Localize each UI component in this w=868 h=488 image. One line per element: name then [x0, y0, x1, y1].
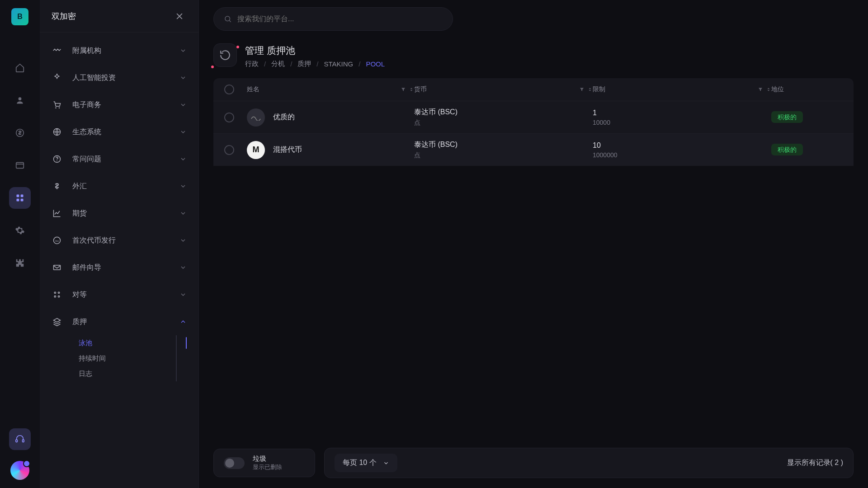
svg-rect-4: [17, 195, 19, 197]
rail-item-user[interactable]: [9, 89, 31, 111]
svg-point-22: [54, 296, 56, 297]
help-icon: [52, 154, 62, 164]
sort-icon[interactable]: [409, 87, 414, 92]
trash-toggle[interactable]: [224, 457, 245, 469]
column-limit-header[interactable]: 限制: [593, 85, 605, 94]
row-name: 混搭代币: [273, 145, 302, 155]
gear-icon: [15, 225, 25, 235]
row-limit-min: 10: [593, 141, 771, 150]
chevron-icon: [179, 155, 187, 163]
sidebar-item-7[interactable]: ico首次代币发行: [40, 227, 198, 254]
breadcrumb: 行政/分机/质押/STAKING/POOL: [245, 60, 385, 68]
trash-title: 垃圾: [253, 455, 282, 463]
select-all-checkbox[interactable]: [224, 84, 234, 94]
sidebar-item-label: 质押: [72, 317, 179, 327]
column-currency-header[interactable]: 货币: [414, 85, 427, 94]
coin-icon: [247, 108, 265, 127]
svg-rect-9: [23, 440, 24, 442]
sidebar-item-label: 人工智能投资: [72, 73, 179, 83]
chevron-icon: [179, 237, 187, 244]
sidebar-item-0[interactable]: 附属机构: [40, 37, 198, 64]
status-badge: 积极的: [771, 111, 803, 123]
sidebar-item-6[interactable]: 期货: [40, 200, 198, 227]
sidebar-item-label: 邮件向导: [72, 263, 179, 272]
sidebar-item-5[interactable]: 外汇: [40, 173, 198, 200]
svg-rect-6: [17, 199, 19, 202]
grid-icon: [15, 193, 24, 202]
rail-item-money[interactable]: [9, 122, 31, 144]
svg-point-24: [225, 16, 230, 21]
sidebar-item-label: 电子商务: [72, 100, 179, 110]
close-sidebar-button[interactable]: [172, 9, 187, 23]
sidebar-subitem-2[interactable]: 日志: [52, 366, 176, 381]
breadcrumb-item[interactable]: STAKING: [324, 60, 354, 68]
sidebar-subitem-0[interactable]: 泳池: [52, 335, 176, 351]
window-icon: [15, 160, 25, 170]
breadcrumb-separator: /: [359, 60, 360, 68]
app-logo[interactable]: B: [11, 8, 28, 25]
sidebar-item-2[interactable]: 电子商务: [40, 91, 198, 118]
home-icon: [15, 63, 25, 73]
sidebar-item-3[interactable]: 生态系统: [40, 118, 198, 145]
row-currency: 泰达币 (BSC): [414, 108, 593, 117]
svg-text:ico: ico: [55, 239, 58, 242]
svg-point-0: [19, 97, 22, 100]
sidebar-item-10[interactable]: 质押: [40, 308, 198, 335]
row-checkbox[interactable]: [224, 145, 234, 155]
sidebar-item-4[interactable]: 常问问题: [40, 145, 198, 173]
breadcrumb-item[interactable]: 行政: [245, 60, 259, 68]
breadcrumb-item[interactable]: 分机: [271, 60, 285, 68]
sort-icon[interactable]: [766, 87, 771, 92]
close-icon: [175, 12, 184, 21]
search-input[interactable]: [237, 15, 443, 23]
rail-item-window[interactable]: [9, 155, 31, 176]
filter-icon[interactable]: [401, 87, 406, 92]
sidebar-subitem-1[interactable]: 持续时间: [52, 351, 176, 366]
dollar-icon: [52, 181, 62, 192]
row-limit-max: 1000000: [593, 151, 771, 159]
rail-item-apps[interactable]: [9, 187, 31, 209]
svg-point-20: [54, 292, 56, 293]
sort-icon[interactable]: [587, 87, 593, 92]
column-name-header[interactable]: 姓名: [247, 85, 259, 94]
breadcrumb-item[interactable]: POOL: [366, 60, 385, 68]
row-currency-sub: 点: [414, 119, 593, 127]
rail-item-settings[interactable]: [9, 220, 31, 241]
breadcrumb-item[interactable]: 质押: [297, 60, 311, 68]
breadcrumb-separator: /: [316, 60, 318, 68]
column-status-header[interactable]: 地位: [771, 85, 784, 94]
chip-icon: [52, 72, 62, 83]
chevron-icon: [179, 101, 187, 108]
handshake-icon: [52, 45, 62, 56]
rail-item-home[interactable]: [9, 57, 31, 79]
svg-line-25: [229, 20, 231, 22]
per-page-select[interactable]: 每页 10 个: [335, 454, 397, 472]
rail-item-support[interactable]: [9, 428, 31, 450]
table-row[interactable]: M混搭代币泰达币 (BSC)点101000000积极的: [213, 133, 854, 166]
avatar[interactable]: [10, 461, 29, 480]
chevron-icon: [179, 128, 187, 136]
row-currency: 泰达币 (BSC): [414, 140, 593, 150]
table-row[interactable]: 优质的泰达币 (BSC)点110000积极的: [213, 101, 854, 133]
cart-icon: [52, 99, 62, 110]
mail-icon: [52, 262, 62, 273]
svg-rect-8: [16, 440, 18, 442]
records-count: 显示所有记录( 2 ): [787, 458, 843, 468]
search-input-wrap[interactable]: [213, 7, 453, 31]
sidebar-title: 双加密: [52, 11, 76, 22]
row-limit-max: 10000: [593, 119, 771, 126]
chevron-icon: [179, 183, 187, 190]
filter-icon[interactable]: [758, 87, 763, 92]
sidebar-item-8[interactable]: 邮件向导: [40, 254, 198, 281]
chevron-icon: [179, 264, 187, 271]
chevron-icon: [179, 318, 187, 325]
row-checkbox[interactable]: [224, 113, 234, 122]
coin-icon: M: [247, 141, 265, 159]
filter-icon[interactable]: [579, 87, 585, 92]
svg-rect-2: [16, 163, 24, 169]
sidebar-item-9[interactable]: 对等: [40, 281, 198, 308]
svg-point-23: [58, 296, 60, 297]
rail-item-puzzle[interactable]: [9, 252, 31, 274]
sidebar-item-1[interactable]: 人工智能投资: [40, 64, 198, 91]
page-title: 管理 质押池: [245, 44, 385, 57]
